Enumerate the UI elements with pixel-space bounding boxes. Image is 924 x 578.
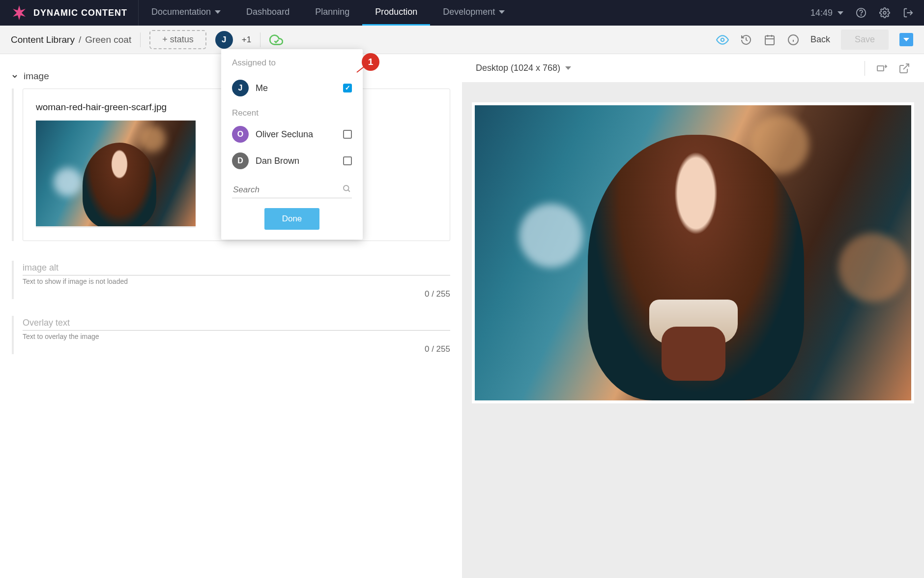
avatar: D bbox=[232, 152, 249, 169]
assignee-more[interactable]: +1 bbox=[242, 35, 251, 45]
assignee-search bbox=[232, 182, 352, 198]
assignee-checkbox[interactable] bbox=[343, 130, 352, 139]
search-icon bbox=[342, 184, 351, 193]
svg-point-4 bbox=[721, 38, 724, 41]
brand-name: DYNAMIC CONTENT bbox=[33, 8, 127, 18]
assignee-checkbox[interactable] bbox=[343, 84, 352, 92]
chevron-down-icon bbox=[499, 10, 505, 14]
preview-frame bbox=[472, 102, 914, 403]
logout-icon[interactable] bbox=[902, 7, 914, 19]
subheader-actions: Back Save bbox=[716, 30, 913, 50]
brand-area: DYNAMIC CONTENT bbox=[0, 0, 139, 26]
nav-development[interactable]: Development bbox=[430, 0, 518, 26]
save-button[interactable]: Save bbox=[841, 30, 889, 50]
brand-logo-icon bbox=[11, 4, 28, 21]
assignee-popover: Assigned to J Me Recent O Oliver Secluna… bbox=[221, 49, 363, 240]
assignee-row[interactable]: O Oliver Secluna bbox=[221, 121, 363, 148]
assignee-name: Dan Brown bbox=[256, 156, 336, 166]
nav-label: Dashboard bbox=[246, 7, 289, 17]
assignee-avatar[interactable]: J bbox=[215, 31, 233, 49]
svg-rect-5 bbox=[765, 36, 774, 45]
assignee-row[interactable]: D Dan Brown bbox=[221, 148, 363, 174]
eye-icon[interactable] bbox=[716, 33, 729, 46]
time-display[interactable]: 14:49 bbox=[810, 8, 843, 18]
chevron-down-icon bbox=[11, 72, 19, 80]
chevron-down-icon bbox=[215, 10, 221, 14]
avatar: J bbox=[232, 80, 249, 96]
device-label: Desktop (1024 x 768) bbox=[476, 63, 560, 73]
overlay-text-hint: Text to overlay the image bbox=[23, 333, 450, 340]
app-header: DYNAMIC CONTENT Documentation Dashboard … bbox=[0, 0, 924, 26]
preview-image bbox=[475, 105, 911, 400]
popover-title: Assigned to bbox=[221, 58, 363, 75]
calendar-icon[interactable] bbox=[763, 33, 776, 46]
recent-title: Recent bbox=[221, 101, 363, 121]
nav-label: Development bbox=[443, 7, 495, 17]
info-icon[interactable] bbox=[787, 33, 800, 46]
overlay-text-counter: 0 / 255 bbox=[23, 344, 450, 354]
image-alt-counter: 0 / 255 bbox=[23, 289, 450, 299]
chevron-down-icon bbox=[565, 66, 571, 70]
assignee-row-me[interactable]: J Me bbox=[221, 75, 363, 101]
nav-production[interactable]: Production bbox=[362, 0, 430, 26]
breadcrumb-sep: / bbox=[79, 34, 81, 45]
image-thumbnail bbox=[36, 121, 196, 228]
overlay-text-input[interactable] bbox=[23, 316, 450, 331]
avatar: O bbox=[232, 126, 249, 143]
divider bbox=[865, 61, 865, 76]
svg-marker-0 bbox=[13, 5, 26, 20]
main-area: image woman-red-hair-green-scarf.jpg Tex… bbox=[0, 54, 924, 578]
divider bbox=[260, 32, 260, 47]
image-alt-field: Text to show if image is not loaded 0 / … bbox=[12, 261, 450, 299]
rotate-icon[interactable] bbox=[876, 62, 888, 74]
gear-icon[interactable] bbox=[879, 7, 891, 19]
assignee-name: Me bbox=[256, 83, 336, 93]
chevron-down-icon bbox=[903, 38, 909, 41]
svg-point-2 bbox=[861, 15, 861, 15]
breadcrumb: Content Library / Green coat bbox=[11, 34, 131, 45]
nav-planning[interactable]: Planning bbox=[302, 0, 362, 26]
help-icon[interactable] bbox=[855, 7, 867, 19]
history-icon[interactable] bbox=[740, 33, 752, 46]
svg-point-3 bbox=[883, 11, 886, 14]
image-alt-input[interactable] bbox=[23, 261, 450, 275]
annotation-badge: 1 bbox=[362, 53, 379, 71]
preview-panel: Desktop (1024 x 768) bbox=[462, 54, 924, 578]
breadcrumb-root[interactable]: Content Library bbox=[11, 34, 75, 45]
nav-documentation[interactable]: Documentation bbox=[139, 0, 233, 26]
svg-point-8 bbox=[344, 185, 349, 191]
divider bbox=[140, 32, 141, 47]
nav-label: Production bbox=[375, 7, 417, 17]
done-button[interactable]: Done bbox=[264, 208, 320, 230]
back-button[interactable]: Back bbox=[810, 34, 830, 45]
status-chip[interactable]: + status bbox=[149, 30, 206, 49]
cloud-sync-icon[interactable] bbox=[269, 33, 283, 47]
section-label: image bbox=[24, 71, 49, 82]
assignee-name: Oliver Secluna bbox=[256, 129, 336, 140]
overlay-text-field: Text to overlay the image 0 / 255 bbox=[12, 316, 450, 354]
nav-label: Planning bbox=[315, 7, 349, 17]
search-input[interactable] bbox=[232, 182, 352, 198]
device-selector[interactable]: Desktop (1024 x 768) bbox=[476, 63, 571, 73]
image-alt-hint: Text to show if image is not loaded bbox=[23, 277, 450, 285]
preview-toolbar: Desktop (1024 x 768) bbox=[462, 54, 924, 83]
breadcrumb-leaf: Green coat bbox=[85, 34, 131, 45]
nav-dashboard[interactable]: Dashboard bbox=[233, 0, 302, 26]
preview-actions bbox=[865, 61, 910, 76]
assignee-checkbox[interactable] bbox=[343, 156, 352, 165]
top-nav: Documentation Dashboard Planning Product… bbox=[139, 0, 518, 26]
preview-canvas bbox=[462, 83, 924, 578]
svg-rect-7 bbox=[877, 66, 884, 71]
open-external-icon[interactable] bbox=[898, 62, 910, 74]
chevron-down-icon bbox=[837, 11, 843, 15]
save-dropdown[interactable] bbox=[899, 33, 913, 46]
header-right: 14:49 bbox=[801, 7, 924, 19]
time-value: 14:49 bbox=[810, 8, 833, 18]
sub-header: Content Library / Green coat + status J … bbox=[0, 26, 924, 54]
nav-label: Documentation bbox=[151, 7, 211, 17]
